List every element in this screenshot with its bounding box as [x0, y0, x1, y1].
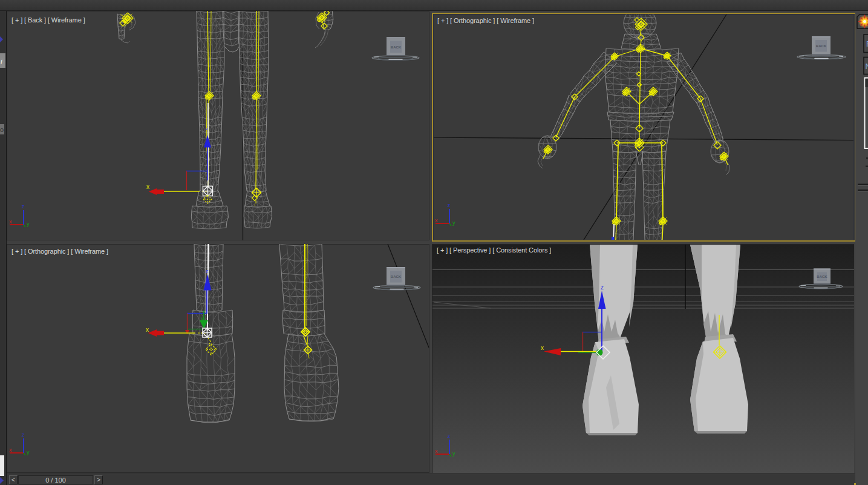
svg-text:z: z	[206, 126, 208, 131]
svg-text:x: x	[146, 326, 149, 333]
svg-text:z: z	[601, 284, 604, 291]
svg-text:y: y	[27, 449, 30, 455]
svg-text:BACK: BACK	[817, 275, 827, 279]
svg-text:z: z	[22, 432, 25, 438]
svg-text:y: y	[452, 450, 455, 457]
svg-text:x: x	[435, 217, 438, 223]
svg-text:BACK: BACK	[391, 275, 402, 279]
svg-text:z: z	[206, 268, 209, 274]
svg-text:BACK: BACK	[391, 45, 402, 49]
svg-text:o: o	[0, 126, 4, 133]
svg-text:x: x	[435, 448, 438, 454]
svg-text:z: z	[22, 203, 25, 210]
svg-text:x: x	[9, 447, 12, 453]
svg-text:N: N	[866, 62, 868, 71]
svg-text:x: x	[9, 219, 12, 225]
svg-text:y: y	[27, 221, 30, 227]
svg-text:x: x	[541, 345, 544, 351]
svg-text:y: y	[452, 220, 455, 226]
svg-text:BACK: BACK	[816, 44, 827, 48]
svg-text:z: z	[448, 433, 451, 439]
svg-text:i: i	[1, 58, 2, 66]
svg-text:z: z	[448, 202, 451, 208]
svg-text:x: x	[146, 183, 149, 190]
